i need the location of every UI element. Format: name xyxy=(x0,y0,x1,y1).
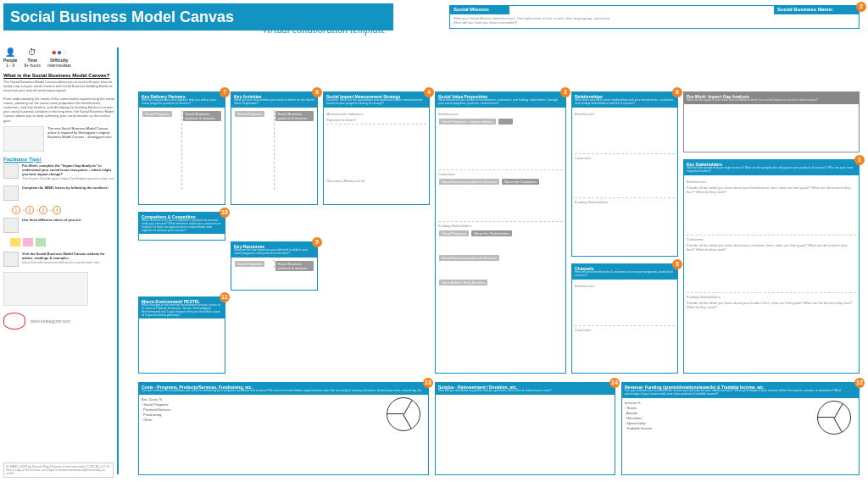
svp-row4: Social Business products & Services xyxy=(439,255,499,261)
svp-sub: What benefit will you deliver to benefic… xyxy=(438,99,563,106)
mission-label: Social Mission xyxy=(450,6,509,14)
what-heading: What is the Social Business Model Canvas… xyxy=(3,73,115,78)
kr-sub: What are the key resources you will need… xyxy=(234,249,314,256)
co-i2: Fundraising xyxy=(142,413,312,417)
kr-pill2: Social Business products & services xyxy=(275,261,314,271)
co-i3: Other xyxy=(142,418,312,422)
svp-c: Customers: xyxy=(438,172,563,176)
panel-key-activities[interactable]: Key ActivitiesWhat are your key activiti… xyxy=(231,91,318,205)
postit-colors xyxy=(10,238,115,247)
ks-c: Customers: xyxy=(687,237,856,241)
rv-i4: Tradable Income xyxy=(625,426,764,430)
tip-1: Pre-Work: complete the "Impact Gap Analy… xyxy=(3,163,115,180)
tip3-icon xyxy=(3,218,19,233)
badge-9: 9 xyxy=(312,237,322,247)
panel-costs[interactable]: Costs - Programs, Products/Services, Fun… xyxy=(138,382,429,475)
tip3-text: Use three different colors of post-its: xyxy=(22,218,81,222)
panel-stakeholders[interactable]: Key StakeholdersWho are the people that … xyxy=(683,159,860,374)
meta-time: ⏱ Time 8+ hours xyxy=(24,47,41,68)
svp-fp1: Social Programs xyxy=(439,230,469,236)
ks-ftxt: Provide all the detail you know about yo… xyxy=(687,301,856,309)
mission-box[interactable]: Social Mission Social Business Name: Wri… xyxy=(449,5,860,29)
badge-3: 3 xyxy=(560,87,570,97)
info-sidebar: 👤 People 1 - 9 ⏱ Time 8+ hours ●●○ Diffi… xyxy=(3,47,115,478)
tips-heading: Facilitator Tips! xyxy=(3,157,115,162)
badge-5: 5 xyxy=(672,259,682,269)
license-text: @ SBMC v2020 by Daniela Papi-Thornton is… xyxy=(3,463,114,478)
svp-f: Funding Stakeholders: xyxy=(438,224,563,228)
step-4: 4 xyxy=(53,206,61,214)
tip1-link[interactable]: The Impact Gap Analysis https://tackling… xyxy=(22,176,114,180)
badge-7: 7 xyxy=(220,87,230,97)
video-thumb[interactable] xyxy=(3,126,44,152)
rv-lh: Income % xyxy=(625,401,641,405)
step-1: 1 xyxy=(12,206,20,214)
svp-cp2: Name the Customers xyxy=(502,179,539,185)
co-i1: Products/Services xyxy=(142,407,312,412)
tip4-icon xyxy=(3,252,19,267)
kdp-pill1: Social Programs xyxy=(142,111,172,117)
badge-6: 6 xyxy=(672,87,682,97)
cc-sub: What elements from your competitor's pro… xyxy=(142,219,222,232)
step-dots: 1 2 3 4 xyxy=(12,206,115,214)
difficulty-icon: ●●○ xyxy=(47,47,71,57)
panel-relationships[interactable]: RelationshipsWhat does your best social … xyxy=(571,91,678,257)
panel-revenue[interactable]: Revenue: Funding (grants/donations/award… xyxy=(621,382,860,475)
badge-1: 1 xyxy=(854,155,865,165)
panel-key-delivery-partners[interactable]: Key Delivery PartnersWho are key partner… xyxy=(138,91,225,205)
panel-pestel[interactable]: Macro-Environment/ PESTELWhat changes in… xyxy=(138,296,225,374)
tip-3: Use three different colors of post-its: xyxy=(3,218,115,233)
panel-competitors[interactable]: Competitors & CoopetitionWhat elements f… xyxy=(138,212,225,241)
meta-row: 👤 People 1 - 9 ⏱ Time 8+ hours ●●○ Diffi… xyxy=(3,47,115,68)
caption-row: The new Social Business Model Canvas onl… xyxy=(3,126,115,152)
rv-i1: Awards xyxy=(625,411,764,415)
ks-btxt: Provide all the detail you know about yo… xyxy=(687,186,856,194)
panel-svp[interactable]: Social Value PropositionWhat benefit wil… xyxy=(435,91,566,374)
ks-sub: Who are the people that you hope to serv… xyxy=(687,167,856,174)
tip2-icon xyxy=(3,186,19,201)
panel-surplus[interactable]: Surplus - Reinvestment / Donation, etc.H… xyxy=(435,382,615,475)
rv-i2: Donations xyxy=(625,416,764,420)
ks-b: Beneficiaries: xyxy=(687,180,856,184)
badge-10: 10 xyxy=(220,208,230,218)
time-value: 8+ hours xyxy=(24,63,41,68)
rv-i3: Sponsorship xyxy=(625,421,764,425)
su-sub: How will you distribute any profits that… xyxy=(438,390,612,393)
ch-c: Customers xyxy=(575,328,675,332)
rel-b: Beneficiaries xyxy=(575,112,675,116)
postit-green xyxy=(36,238,46,247)
ms-row1: Measurement Indicators: xyxy=(326,112,426,116)
co-i0: Social Programs xyxy=(142,402,312,407)
ms-row2: Reported to whom? xyxy=(326,118,426,122)
badge-11: 11 xyxy=(220,292,230,302)
svp-cp1: Social Business products & Services xyxy=(439,179,499,185)
rv-i0: Grants xyxy=(625,406,764,410)
what-p2: From understanding the needs of the comm… xyxy=(3,97,115,123)
badge-14: 14 xyxy=(609,378,620,388)
rel-sub: What does your best social relationships… xyxy=(575,99,675,106)
strategyzer-link[interactable]: www.strategyzer.com xyxy=(31,319,70,324)
step-3: 3 xyxy=(39,206,47,214)
panel-resources[interactable]: Key ResourcesWhat are the key resources … xyxy=(231,241,318,291)
tip4-text: Visit the Social Business Model Canvas w… xyxy=(22,252,105,260)
svp-bpill2 xyxy=(498,119,513,125)
rel-f: Funding Stakeholders xyxy=(575,200,675,204)
ks-f: Funding Stakeholders: xyxy=(687,295,856,299)
tip4-link[interactable]: https://socialbusinessmodelcanvas.swarth… xyxy=(22,260,99,264)
panel-measurement[interactable]: Social Impact Measurement StrategyIncent… xyxy=(323,91,430,205)
rv-sub: Can you estimate the sources of the inco… xyxy=(625,390,856,396)
ka-pill1: Social Programs xyxy=(235,111,264,117)
postit-pink xyxy=(23,238,33,247)
kr-pill1: Social Programs xyxy=(235,261,264,267)
canvas-subtitle: virtual collaboration template xyxy=(263,24,386,36)
badge-8: 8 xyxy=(312,87,322,97)
rel-c: Customers xyxy=(575,156,675,160)
website-thumb[interactable] xyxy=(3,272,88,306)
ks-ctxt: Provide all the detail you know about yo… xyxy=(687,243,856,252)
revenue-pie-icon xyxy=(817,401,851,435)
rv-list: Grants Awards Donations Sponsorship Trad… xyxy=(625,406,764,430)
kdp-sub: Who are key partners who together help y… xyxy=(142,99,222,106)
panel-prework[interactable]: Pre-Work: Impact Gap AnalysisWhat are th… xyxy=(683,91,860,152)
kdp-pill2: Social Business products & services xyxy=(183,111,222,121)
panel-channels[interactable]: ChannelsHow will your beneficiaries & cu… xyxy=(571,263,678,374)
